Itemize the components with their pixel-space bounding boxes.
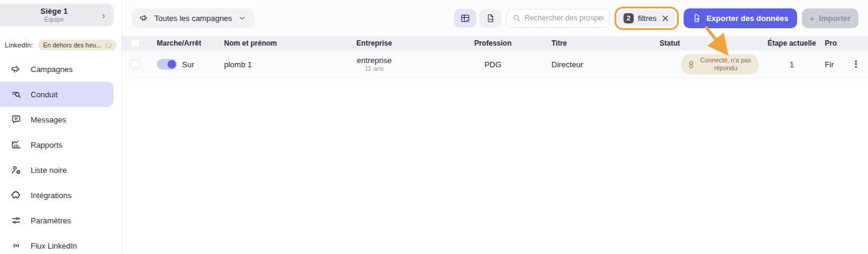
status-badge: Connecté, n'a pas répondu xyxy=(681,54,759,74)
filters-chip-label: filtres xyxy=(638,14,657,23)
table-header-row: Marche/Arrêt Nom et prénom Entreprise Pr… xyxy=(122,36,868,50)
kebab-menu-icon[interactable]: ⋮ xyxy=(852,59,861,69)
search-box xyxy=(506,9,610,28)
sidebar-item-rapports[interactable]: Rapports xyxy=(0,132,114,157)
linkedin-status-badge[interactable]: En dehors des heu... xyxy=(38,40,117,50)
toggle-state-label: Sur xyxy=(182,60,194,69)
export-button-label: Exporter des données xyxy=(706,14,789,23)
sidebar-item-label: Campagnes xyxy=(31,65,73,74)
row-menu-cell: ⋮ xyxy=(849,59,863,70)
workspace-switcher[interactable]: Siège 1 Équipe › xyxy=(0,4,114,26)
main-content: Toutes les campagnes CSV xyxy=(122,0,868,254)
chevron-down-icon xyxy=(237,13,247,23)
megaphone-icon xyxy=(139,13,149,23)
workspace-subtitle: Équipe xyxy=(6,16,102,23)
header-name: Nom et prénom xyxy=(224,39,314,47)
search-icon xyxy=(512,14,521,22)
broadcast-icon xyxy=(11,240,22,251)
sidebar-item-label: Intégrations xyxy=(31,191,71,200)
row-toggle-cell: Sur xyxy=(157,59,224,70)
row-profession-cell: PDG xyxy=(434,60,551,69)
sidebar-item-liste-noire[interactable]: Liste noire xyxy=(0,157,114,183)
spinner-icon xyxy=(106,43,111,48)
view-toggle-group: CSV xyxy=(454,9,502,28)
pipeline-search-icon xyxy=(11,89,22,100)
linkedin-status-row: LinkedIn: En dehors des heu... xyxy=(0,39,121,51)
row-checkbox-cell xyxy=(130,59,157,69)
sidebar-item-parametres[interactable]: Paramètres xyxy=(0,208,114,233)
toggle-knob xyxy=(168,60,176,68)
row-company-cell: entreprise 11 ans xyxy=(314,56,434,73)
header-current-step: Étape actuelle xyxy=(759,39,825,47)
csv-file-icon: CSV xyxy=(485,13,496,23)
export-data-button[interactable]: Exporter des données xyxy=(684,8,797,28)
workspace-info: Siège 1 Équipe xyxy=(0,7,102,23)
megaphone-icon xyxy=(11,64,22,74)
header-toggle: Marche/Arrêt xyxy=(157,39,224,47)
import-button[interactable]: + Importer xyxy=(802,8,859,28)
header-company: Entreprise xyxy=(314,39,434,47)
chart-icon xyxy=(11,139,22,150)
row-title-cell: Directeur xyxy=(551,60,660,69)
sidebar-item-label: Liste noire xyxy=(31,166,67,175)
filters-count-badge: 2 xyxy=(624,13,634,23)
linkedin-status-text: En dehors des heu... xyxy=(43,41,102,49)
campaign-filter-label: Toutes les campagnes xyxy=(154,14,232,23)
csv-view-button[interactable]: CSV xyxy=(479,9,502,28)
puzzle-icon xyxy=(11,190,22,201)
app: Siège 1 Équipe › LinkedIn: En dehors des… xyxy=(0,0,868,254)
sidebar: Siège 1 Équipe › LinkedIn: En dehors des… xyxy=(0,0,122,254)
import-button-label: Importer xyxy=(819,14,851,23)
chevron-right-icon: › xyxy=(102,10,114,20)
campaign-toggle[interactable] xyxy=(157,59,177,70)
table-settings-icon xyxy=(460,13,470,23)
sidebar-item-messages[interactable]: Messages xyxy=(0,107,114,132)
sidebar-item-campagnes[interactable]: Campagnes xyxy=(0,56,114,82)
linkedin-status-label: LinkedIn: xyxy=(5,41,33,49)
row-name-cell[interactable]: plomb 1 xyxy=(224,60,314,69)
header-pro-truncated: Pro xyxy=(825,39,849,47)
campaign-filter-dropdown[interactable]: Toutes les campagnes xyxy=(132,8,255,28)
sidebar-item-label: Paramètres xyxy=(31,216,71,225)
row-status-cell: Connecté, n'a pas répondu xyxy=(660,54,759,74)
sidebar-nav: Campagnes Conduit Messages Rapports xyxy=(0,56,121,254)
header-profession: Profession xyxy=(434,39,551,47)
header-title: Titre xyxy=(551,39,660,47)
sidebar-item-label: Flux LinkedIn xyxy=(31,241,77,250)
company-name: entreprise xyxy=(314,56,434,65)
filters-chip[interactable]: 2 filtres xyxy=(618,10,675,26)
sidebar-item-label: Messages xyxy=(31,115,66,124)
search-input[interactable] xyxy=(524,14,604,22)
chat-bubble-icon xyxy=(11,114,22,125)
sidebar-item-integrations[interactable]: Intégrations xyxy=(0,183,114,208)
close-icon[interactable] xyxy=(661,14,670,23)
blocked-user-icon xyxy=(11,165,22,175)
sidebar-item-flux-linkedin[interactable]: Flux LinkedIn xyxy=(0,233,114,254)
row-checkbox[interactable] xyxy=(130,59,140,69)
sidebar-item-label: Rapports xyxy=(31,141,62,150)
header-status: Statut xyxy=(660,39,759,47)
row-pro-cell-truncated: Fir xyxy=(825,60,849,69)
table-row[interactable]: Sur plomb 1 entreprise 11 ans PDG Direct… xyxy=(122,50,868,79)
sliders-icon xyxy=(11,215,22,226)
sidebar-item-label: Conduit xyxy=(31,90,58,99)
topbar-right-group: CSV 2 filtres xyxy=(454,7,858,30)
filters-annotation-box: 2 filtres xyxy=(615,7,679,30)
row-current-step-cell: 1 xyxy=(759,60,825,69)
export-file-icon xyxy=(692,13,702,23)
link-icon xyxy=(687,60,696,69)
company-subtext: 11 ans xyxy=(314,65,434,73)
workspace-title: Siège 1 xyxy=(6,7,102,16)
table-view-button[interactable] xyxy=(454,9,476,28)
sidebar-item-conduit[interactable]: Conduit xyxy=(0,82,114,107)
empty-area xyxy=(122,79,868,254)
header-checkbox-cell xyxy=(130,38,157,48)
topbar: Toutes les campagnes CSV xyxy=(122,0,868,36)
status-text: Connecté, n'a pas répondu xyxy=(700,56,751,72)
svg-text:CSV: CSV xyxy=(489,19,494,21)
select-all-checkbox[interactable] xyxy=(130,38,140,48)
plus-icon: + xyxy=(810,13,815,23)
